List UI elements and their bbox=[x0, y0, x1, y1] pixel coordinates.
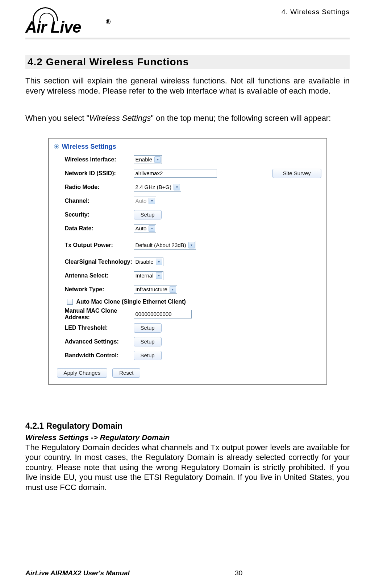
antenna-select[interactable]: Internal▾ bbox=[134, 271, 163, 280]
logo-registered: ® bbox=[106, 18, 111, 26]
section-title: 4.2 General Wireless Functions bbox=[25, 55, 350, 69]
subsection-title: 4.2.1 Regulatory Domain bbox=[25, 421, 350, 431]
intro-paragraph-2: When you select "Wireless Settings" on t… bbox=[25, 113, 350, 123]
reset-button[interactable]: Reset bbox=[112, 368, 140, 378]
subsection-body: The Regulatory Domain decides what chann… bbox=[25, 443, 350, 493]
site-survey-button[interactable]: Site Survey bbox=[272, 169, 321, 178]
bandwidth-control-label: Bandwidth Control: bbox=[65, 352, 134, 359]
channel-label: Channel: bbox=[65, 198, 134, 204]
auto-mac-clone-label: Auto Mac Clone (Single Ethernet Client) bbox=[76, 299, 186, 305]
antenna-label: Antenna Select: bbox=[65, 272, 134, 279]
network-type-label: Network Type: bbox=[65, 286, 134, 293]
data-rate-select[interactable]: Auto▾ bbox=[134, 224, 157, 233]
led-threshold-label: LED Threshold: bbox=[65, 325, 134, 331]
data-rate-label: Data Rate: bbox=[65, 225, 134, 232]
security-label: Security: bbox=[65, 211, 134, 218]
led-threshold-setup-button[interactable]: Setup bbox=[134, 323, 162, 333]
manual-mac-label: Manual MAC Clone Address: bbox=[65, 308, 134, 320]
chevron-down-icon: ▾ bbox=[188, 242, 195, 248]
logo-text: Air Live bbox=[25, 18, 81, 36]
bandwidth-control-setup-button[interactable]: Setup bbox=[134, 351, 162, 360]
clearsignal-select[interactable]: Disable▾ bbox=[134, 258, 163, 266]
ssid-input[interactable] bbox=[134, 169, 217, 178]
radio-mode-select[interactable]: 2.4 GHz (B+G)▾ bbox=[134, 183, 182, 192]
chevron-down-icon: ▾ bbox=[149, 225, 155, 232]
tx-power-label: Tx Output Power: bbox=[65, 242, 134, 248]
header-divider bbox=[25, 37, 350, 40]
chevron-down-icon: ▾ bbox=[156, 272, 162, 279]
manual-mac-input[interactable] bbox=[134, 310, 192, 318]
tx-power-select[interactable]: Default (About 23dB)▾ bbox=[134, 241, 196, 250]
panel-title: Wireless Settings bbox=[62, 143, 116, 151]
auto-mac-clone-checkbox[interactable] bbox=[67, 299, 73, 305]
security-setup-button[interactable]: Setup bbox=[134, 210, 162, 219]
chapter-label: 4. Wireless Settings bbox=[282, 8, 350, 16]
wireless-settings-panel: Wireless Settings Wireless Interface: En… bbox=[48, 138, 327, 385]
clearsignal-label: ClearSignal Technology: bbox=[65, 259, 134, 265]
footer-manual-title: AirLive AIRMAX2 User's Manual bbox=[25, 569, 130, 577]
chevron-down-icon: ▾ bbox=[156, 259, 162, 265]
wireless-interface-label: Wireless Interface: bbox=[65, 156, 134, 163]
apply-changes-button[interactable]: Apply Changes bbox=[57, 368, 108, 378]
intro-paragraph-1: This section will explain the general wi… bbox=[25, 76, 350, 96]
advanced-settings-setup-button[interactable]: Setup bbox=[134, 337, 162, 346]
chevron-down-icon: ▾ bbox=[149, 198, 155, 204]
advanced-settings-label: Advanced Settings: bbox=[65, 338, 134, 345]
network-type-select[interactable]: Infrastructure▾ bbox=[134, 285, 177, 294]
brand-logo: Air Live ® bbox=[25, 7, 120, 34]
channel-select[interactable]: Auto▾ bbox=[134, 197, 157, 205]
chevron-down-icon: ▾ bbox=[170, 286, 176, 293]
footer-page-number: 30 bbox=[235, 569, 242, 577]
ssid-label: Network ID (SSID): bbox=[65, 170, 134, 177]
radio-mode-label: Radio Mode: bbox=[65, 184, 134, 190]
radio-selected-icon bbox=[54, 144, 59, 149]
chevron-down-icon: ▾ bbox=[154, 156, 161, 163]
wireless-interface-select[interactable]: Enable▾ bbox=[134, 155, 162, 164]
subsection-path: Wireless Settings -> Regulatory Domain bbox=[25, 433, 350, 442]
chevron-down-icon: ▾ bbox=[174, 184, 180, 190]
